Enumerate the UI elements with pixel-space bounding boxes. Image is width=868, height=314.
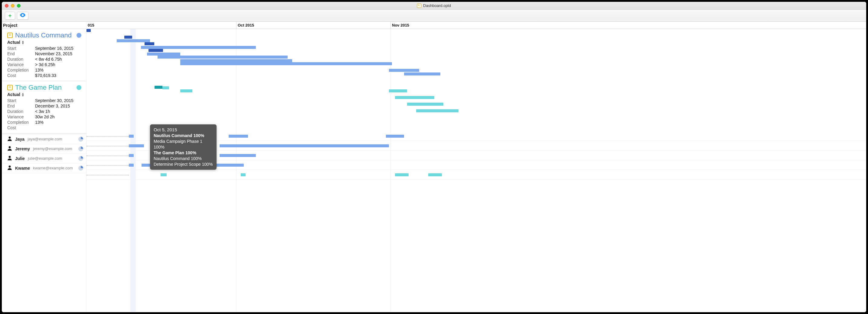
meta-value: 13% <box>35 68 83 72</box>
close-icon[interactable] <box>5 4 8 7</box>
project-meta: StartSeptember 30, 2015EndDecember 3, 20… <box>7 98 83 130</box>
resource-name: Jeremy <box>15 146 30 151</box>
project-meta: StartSeptember 16, 2015EndNovember 23, 2… <box>7 46 83 78</box>
resource-row[interactable]: Kwamekwame@example.com <box>2 163 86 173</box>
document-icon <box>417 4 421 8</box>
meta-value: 30w 2d 2h <box>35 114 83 119</box>
utilization-pie-icon <box>78 156 83 161</box>
gantt-resource-bar[interactable] <box>395 173 409 176</box>
timeline-tick: Oct 2015 <box>236 22 254 29</box>
person-icon <box>7 146 12 151</box>
gantt-resource-bar[interactable] <box>129 164 134 167</box>
view-mode-label: Actual <box>7 40 20 45</box>
utilization-pie-icon <box>78 137 83 142</box>
app-window: Dashboard.opld + Project Nautilus Comman… <box>2 2 866 312</box>
gantt-bar[interactable] <box>145 42 154 45</box>
resource-email: jeremy@example.com <box>33 146 72 151</box>
gantt-bar[interactable] <box>180 90 192 93</box>
gantt-bar[interactable] <box>124 36 132 39</box>
meta-label: Duration <box>7 57 35 62</box>
window-title: Dashboard.opld <box>423 3 451 8</box>
gantt-bar[interactable] <box>180 59 292 62</box>
gantt-bar[interactable] <box>389 90 407 93</box>
gantt-bar[interactable] <box>395 96 434 99</box>
gantt-bar[interactable] <box>158 56 288 59</box>
gantt-bar[interactable] <box>389 69 419 72</box>
dotted-connector <box>87 136 129 137</box>
resource-name: Kwame <box>15 166 30 171</box>
projects-list: Nautilus CommandActual▲▼StartSeptember 1… <box>2 29 86 134</box>
project-file-icon <box>7 85 13 90</box>
gantt-resource-bar[interactable] <box>428 173 442 176</box>
gantt-resource-bar[interactable] <box>241 173 246 176</box>
gantt-resource-bar[interactable] <box>220 144 389 147</box>
resource-email: kwame@example.com <box>33 166 73 170</box>
project-block-gameplan[interactable]: The Game PlanActual▲▼StartSeptember 30, … <box>2 81 86 134</box>
minimize-icon[interactable] <box>11 4 14 7</box>
person-icon <box>7 136 12 142</box>
resource-email: julie@example.com <box>28 156 62 161</box>
project-title[interactable]: Nautilus Command <box>7 31 83 39</box>
gantt-body: Oct 5, 2015Nautilus Command 100%Media Ca… <box>87 29 866 312</box>
add-button[interactable]: + <box>5 12 15 20</box>
meta-label: Start <box>7 46 35 51</box>
timeline-tick: Nov 2015 <box>391 22 409 29</box>
gantt-bar[interactable] <box>149 49 163 52</box>
gantt-bar[interactable] <box>155 86 162 89</box>
zoom-icon[interactable] <box>17 4 21 7</box>
gantt-resource-bar[interactable] <box>386 135 404 138</box>
utilization-pie-icon <box>78 146 83 151</box>
toolbar: + <box>2 10 866 22</box>
meta-label: Variance <box>7 114 35 119</box>
gantt-pane[interactable]: 015Oct 2015Nov 2015 Oct 5, 2015Nautilus … <box>87 22 866 312</box>
timeline-header: 015Oct 2015Nov 2015 <box>87 22 866 29</box>
view-mode-selector[interactable]: Actual▲▼ <box>7 40 83 45</box>
view-button[interactable] <box>17 12 28 20</box>
gantt-resource-bar[interactable] <box>161 173 167 176</box>
content: Project Nautilus CommandActual▲▼StartSep… <box>2 22 866 312</box>
gantt-bar[interactable] <box>147 53 180 56</box>
meta-label: Variance <box>7 62 35 67</box>
resource-row[interactable]: Juliejulie@example.com <box>2 154 86 163</box>
gantt-bar[interactable] <box>416 109 459 112</box>
gantt-resource-bar[interactable] <box>229 135 248 138</box>
gantt-bar[interactable] <box>141 46 256 49</box>
meta-value: > 3d 6.25h <box>35 62 83 67</box>
gantt-resource-bar[interactable] <box>220 154 256 157</box>
project-title[interactable]: The Game Plan <box>7 84 83 92</box>
left-pane: Project Nautilus CommandActual▲▼StartSep… <box>2 22 87 312</box>
tooltip-line: Nautilus Command 100% <box>154 156 213 162</box>
view-mode-selector[interactable]: Actual▲▼ <box>7 92 83 97</box>
project-block-nautilus[interactable]: Nautilus CommandActual▲▼StartSeptember 1… <box>2 29 86 81</box>
gantt-bar[interactable] <box>162 86 169 90</box>
project-color-dot <box>76 85 81 90</box>
tooltip-line: Media Campaign Phase 1 100% <box>154 139 213 150</box>
meta-label: Cost <box>7 73 35 78</box>
project-title-text: The Game Plan <box>15 84 62 92</box>
svg-point-0 <box>9 136 11 139</box>
gantt-bar[interactable] <box>117 39 150 42</box>
gantt-project-block <box>87 81 866 131</box>
gantt-resource-bar[interactable] <box>129 144 144 147</box>
gantt-resource-bar[interactable] <box>129 135 134 138</box>
meta-value <box>35 125 83 130</box>
dotted-connector <box>87 146 129 146</box>
resource-row[interactable]: Jeremyjeremy@example.com <box>2 144 86 154</box>
resource-row[interactable]: Jayajaya@example.com <box>2 134 86 144</box>
timeline-tick: 015 <box>87 22 94 29</box>
project-color-dot <box>76 33 81 38</box>
gantt-resource-bar[interactable] <box>129 154 134 157</box>
gantt-bar[interactable] <box>407 103 443 106</box>
sort-icon: ▲▼ <box>22 40 25 44</box>
meta-value: < 8w 4d 6.75h <box>35 57 83 62</box>
gantt-bar[interactable] <box>87 29 91 32</box>
svg-point-1 <box>9 146 11 148</box>
traffic-lights <box>2 4 21 7</box>
project-title-text: Nautilus Command <box>15 31 72 39</box>
project-column-header[interactable]: Project <box>2 22 86 29</box>
meta-value: < 3w 1h <box>35 109 83 114</box>
gantt-bar[interactable] <box>404 72 440 75</box>
meta-label: Completion <box>7 68 35 72</box>
gantt-bar[interactable] <box>180 62 392 65</box>
tooltip-line: Nautilus Command 100% <box>154 133 213 139</box>
